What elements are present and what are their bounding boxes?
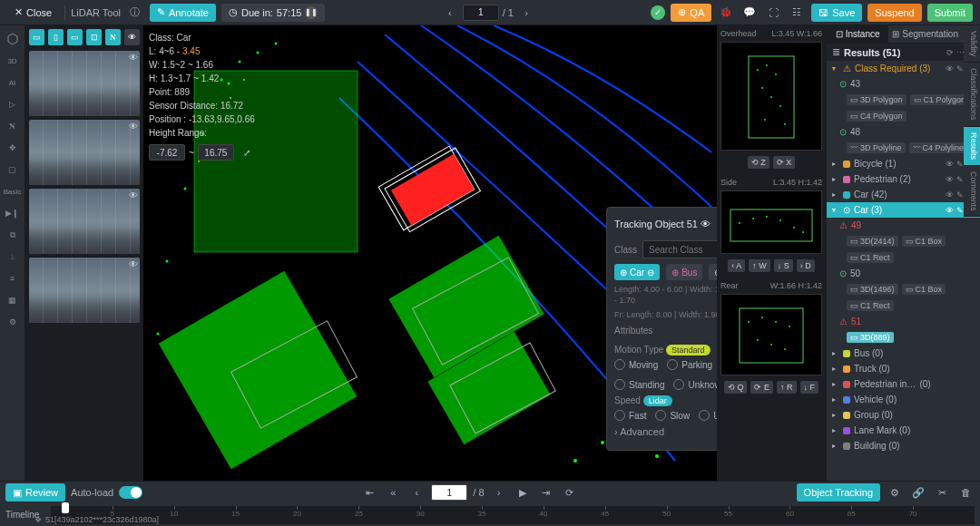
shortcut-icon[interactable]: ☷ <box>788 4 806 22</box>
page-input[interactable] <box>463 5 499 21</box>
tracking-settings-icon[interactable]: ⚙ <box>886 483 904 502</box>
tool-settings[interactable]: ⚙ <box>3 312 23 332</box>
tool-flag[interactable]: ▷ <box>3 94 23 114</box>
speed-slow[interactable]: Slow <box>655 410 690 421</box>
motion-unknown[interactable]: Unknown <box>673 379 717 390</box>
camera-view-3[interactable]: 👁 <box>29 189 140 254</box>
eye-icon[interactable]: 👁 <box>129 190 138 200</box>
height-max-input[interactable] <box>198 144 234 161</box>
result-51[interactable]: ⚠ 51 <box>827 314 980 329</box>
object-tracking-button[interactable]: Object Tracking <box>797 483 880 502</box>
next-page-button[interactable]: › <box>517 4 535 22</box>
camtool-1[interactable]: ▭ <box>29 29 44 45</box>
edge-tab-results[interactable]: Results <box>964 127 980 166</box>
group-building[interactable]: ▸ Building (0) <box>827 438 980 453</box>
group-vehicle[interactable]: ▸ Vehicle (0) <box>827 392 980 407</box>
range-expand-icon[interactable]: ⤢ <box>238 143 256 161</box>
camtool-3[interactable]: ▭ <box>67 29 83 45</box>
qa-button[interactable]: ⊕ QA <box>671 4 711 22</box>
tool-ai[interactable]: AI <box>3 73 23 93</box>
class-chip-truck[interactable]: ⊕ Truck <box>709 264 717 280</box>
autoload-toggle[interactable] <box>119 486 142 499</box>
playhead[interactable] <box>62 502 69 513</box>
camera-view-4[interactable]: 👁 <box>29 258 140 323</box>
tool-measure[interactable]: ⟂ <box>3 247 23 267</box>
eye-icon[interactable]: 👁 <box>129 259 138 269</box>
tool-move[interactable]: ✥ <box>3 138 23 158</box>
nav-q[interactable]: ⟲ Q <box>724 381 748 394</box>
fullscreen-icon[interactable]: ⛶ <box>764 4 782 22</box>
timeline-track[interactable]: 510152025303540455055606570 <box>51 506 975 524</box>
prev-page-button[interactable]: ‹ <box>441 4 459 22</box>
tab-instance[interactable]: ⊡ Instance <box>827 25 888 43</box>
result-43[interactable]: ⊙ 43 <box>827 76 980 92</box>
camtool-4[interactable]: ⊡ <box>86 29 102 45</box>
skip-start-icon[interactable]: ⇤ <box>360 483 378 502</box>
group-bus[interactable]: ▸ Bus (0) <box>827 346 980 361</box>
tracking-delete-icon[interactable]: 🗑 <box>956 483 975 502</box>
tool-cube[interactable] <box>3 29 23 49</box>
edge-tab-validity[interactable]: Validity <box>964 25 980 63</box>
tool-path[interactable]: 𝐍 <box>3 116 23 136</box>
eye-icon[interactable]: 👁 <box>129 122 138 132</box>
motion-parking[interactable]: Parking <box>667 359 712 370</box>
info-icon[interactable]: ⓘ <box>126 4 144 22</box>
group-ped-in[interactable]: ▸ Pedestrian in… (0) <box>827 376 980 392</box>
tab-segmentation[interactable]: ⊞ Segmentation <box>888 25 962 43</box>
tool-3d[interactable]: 3D <box>3 51 23 71</box>
camtool-5[interactable]: 𝐍 <box>105 29 121 45</box>
submit-button[interactable]: Submit <box>927 4 973 22</box>
tracking-cut-icon[interactable]: ✂ <box>933 483 951 502</box>
class-chip-car[interactable]: ⊕ Car ⊖ <box>614 264 660 280</box>
eye-icon[interactable]: 👁 <box>129 53 138 63</box>
comment-icon[interactable]: 💬 <box>740 4 759 22</box>
save-button[interactable]: 🖫 Save <box>811 4 862 22</box>
nav-r[interactable]: ↑ R <box>777 381 797 394</box>
refresh-icon[interactable]: ⟳ <box>946 48 954 57</box>
class-search-input[interactable] <box>642 240 717 258</box>
motion-moving[interactable]: Moving <box>614 359 658 370</box>
height-min-input[interactable] <box>149 144 185 161</box>
loop-icon[interactable]: ⟳ <box>561 483 579 502</box>
bug-icon[interactable]: 🐞 <box>717 4 735 22</box>
camtool-eye[interactable]: 👁 <box>124 29 140 45</box>
nav-w[interactable]: ↑ W <box>749 259 770 272</box>
main-viewport[interactable]: Class: Car L: 4~6 - 3.45 W: 1.5~2 ~ 1.66… <box>143 25 717 481</box>
nav-s[interactable]: ↓ S <box>774 259 793 272</box>
tool-playback[interactable]: ▶❙ <box>3 203 23 223</box>
edge-tab-comments[interactable]: Comments <box>964 166 980 218</box>
camtool-2[interactable]: ▯ <box>48 29 64 45</box>
frame-input[interactable] <box>431 484 467 501</box>
nav-z[interactable]: ⟲ Z <box>748 156 769 169</box>
tracking-link-icon[interactable]: 🔗 <box>909 483 927 502</box>
advanced-toggle[interactable]: › Advanced <box>614 426 717 437</box>
suspend-button[interactable]: Suspend <box>867 4 921 22</box>
nav-f[interactable]: ↓ F <box>800 381 819 394</box>
play-icon[interactable]: ▶ <box>514 483 532 502</box>
review-button[interactable]: ▣ Review <box>5 483 65 502</box>
next-frame-icon[interactable]: › <box>490 483 508 502</box>
group-car-3[interactable]: ▾⊙ Car (3)👁✎🗑 <box>827 202 980 218</box>
result-50[interactable]: ⊙ 50 <box>827 266 980 281</box>
tool-grid[interactable]: ▦ <box>3 290 23 310</box>
close-button[interactable]: ✕ Close <box>7 4 59 22</box>
eye-icon[interactable]: 👁 <box>701 219 710 229</box>
tool-layers[interactable]: ⧉ <box>3 225 23 245</box>
speed-fast[interactable]: Fast <box>614 410 646 421</box>
rewind-icon[interactable]: « <box>384 483 402 502</box>
speed-unknown[interactable]: Unknown <box>699 410 717 421</box>
camera-view-1[interactable]: 👁 <box>29 51 140 116</box>
tool-box[interactable]: ▢ <box>3 160 23 180</box>
skip-end-icon[interactable]: ⇥ <box>537 483 555 502</box>
group-lanemark[interactable]: ▸ Lane Mark (0) <box>827 423 980 438</box>
annotate-button[interactable]: ✎ Annotate <box>150 4 216 22</box>
edge-tab-classifications[interactable]: Classifications <box>964 63 980 127</box>
group-bicycle[interactable]: ▸ Bicycle (1)👁✎🗑 <box>827 156 980 171</box>
group-car[interactable]: ▸ Car (42)👁✎🗑 <box>827 187 980 202</box>
camera-view-2[interactable]: 👁 <box>29 120 140 185</box>
overhead-view[interactable] <box>720 42 822 151</box>
nav-x[interactable]: ⟳ X <box>773 156 796 169</box>
class-chip-bus[interactable]: ⊕ Bus <box>666 264 702 280</box>
nav-a[interactable]: ‹ A <box>728 259 745 272</box>
group-group[interactable]: ▸ Group (0) <box>827 407 980 423</box>
